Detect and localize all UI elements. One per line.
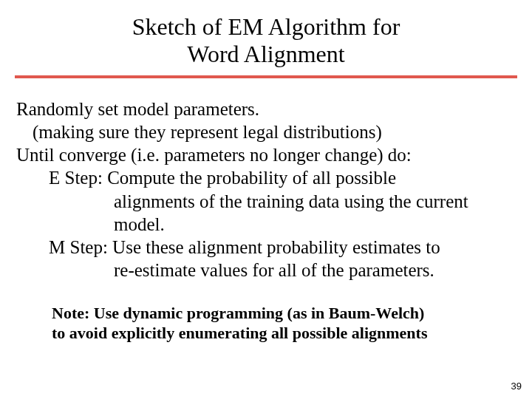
slide-note: Note: Use dynamic programming (as in Bau… [0, 282, 532, 344]
title-line-1: Sketch of EM Algorithm for [0, 13, 532, 41]
slide-body: Randomly set model parameters. (making s… [0, 78, 532, 282]
body-line: model. [16, 213, 516, 236]
note-line: to avoid explicitly enumerating all poss… [52, 323, 480, 344]
page-number: 39 [511, 381, 522, 392]
body-line-e-step: E Step: Compute the probability of all p… [16, 166, 516, 189]
body-line: Until converge (i.e. parameters no longe… [16, 143, 516, 166]
slide-title: Sketch of EM Algorithm for Word Alignmen… [0, 0, 532, 68]
body-line: re-estimate values for all of the parame… [16, 259, 516, 282]
body-line: Randomly set model parameters. [16, 98, 516, 120]
body-line-m-step: M Step: Use these alignment probability … [16, 236, 516, 259]
slide: Sketch of EM Algorithm for Word Alignmen… [0, 0, 532, 399]
note-line: Note: Use dynamic programming (as in Bau… [52, 303, 480, 324]
title-line-2: Word Alignment [0, 41, 532, 68]
body-line: alignments of the training data using th… [16, 190, 516, 213]
body-line: (making sure they represent legal distri… [16, 120, 516, 143]
